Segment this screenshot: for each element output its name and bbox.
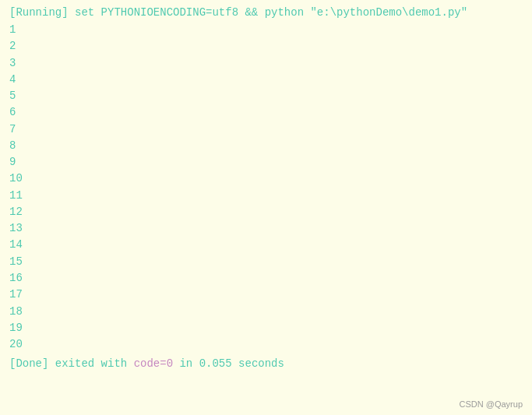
output-number: 3 [9, 55, 523, 72]
output-number: 17 [9, 287, 523, 303]
watermark: CSDN @Qayrup [460, 399, 523, 409]
output-number: 2 [9, 38, 523, 55]
output-number: 15 [9, 254, 523, 270]
output-number: 7 [9, 121, 523, 138]
output-number: 9 [9, 154, 523, 171]
output-number: 16 [9, 270, 523, 287]
output-number: 14 [9, 237, 523, 253]
terminal-container: [Running] set PYTHONIOENCODING=utf8 && p… [0, 0, 532, 415]
output-number: 13 [9, 220, 523, 237]
output-number: 20 [9, 336, 523, 353]
output-number: 8 [9, 138, 523, 154]
output-lines: 1234567891011121314151617181920 [9, 22, 523, 353]
output-number: 5 [9, 88, 523, 104]
output-number: 18 [9, 304, 523, 320]
done-prefix: [Done] exited with [9, 357, 134, 370]
running-line: [Running] set PYTHONIOENCODING=utf8 && p… [9, 6, 523, 19]
output-number: 12 [9, 204, 523, 220]
output-number: 10 [9, 171, 523, 187]
output-number: 4 [9, 72, 523, 88]
done-suffix: in 0.055 seconds [173, 357, 284, 370]
output-number: 11 [9, 188, 523, 204]
done-code: code=0 [134, 357, 173, 370]
output-number: 1 [9, 22, 523, 38]
done-line: [Done] exited with code=0 in 0.055 secon… [9, 357, 523, 370]
output-number: 19 [9, 320, 523, 336]
output-number: 6 [9, 104, 523, 121]
